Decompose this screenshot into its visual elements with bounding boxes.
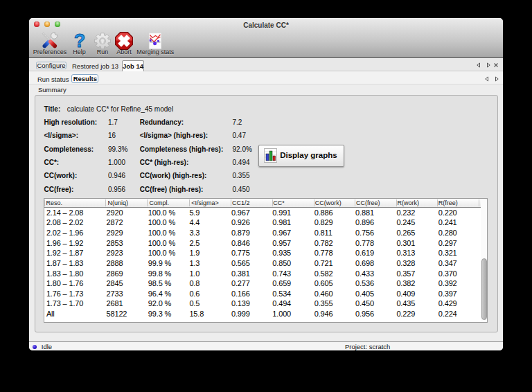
svg-text:?: ? — [73, 32, 85, 50]
